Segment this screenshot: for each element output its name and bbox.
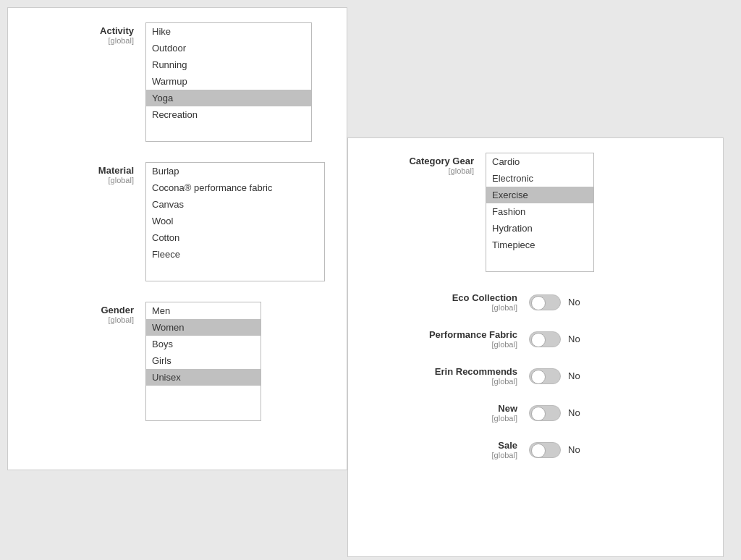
category-gear-field-row: Category Gear [global] Cardio Electronic… [370, 153, 701, 272]
list-item[interactable]: Recreation [146, 106, 311, 123]
erin-recommends-label: Erin Recommends [global] [370, 366, 529, 386]
list-item[interactable]: Girls [146, 352, 261, 369]
list-item[interactable]: Wool [146, 213, 324, 229]
gender-label: Gender [global] [30, 302, 145, 324]
list-item-selected[interactable]: Yoga [146, 90, 311, 106]
erin-recommends-row: Erin Recommends [global] No [370, 366, 701, 386]
list-item-selected[interactable]: Women [146, 319, 261, 336]
category-gear-label: Category Gear [global] [370, 153, 486, 175]
performance-fabric-value: No [568, 334, 580, 344]
eco-collection-label-text: Eco Collection [370, 292, 517, 303]
category-gear-label-text: Category Gear [370, 156, 474, 166]
list-item-selected[interactable]: Unisex [146, 369, 261, 386]
gender-field-row: Gender [global] Men Women Boys Girls Uni… [30, 302, 325, 421]
list-item[interactable]: Warmup [146, 73, 311, 90]
material-label: Material [global] [30, 162, 145, 184]
category-gear-sublabel: [global] [370, 166, 474, 175]
list-item[interactable]: Cardio [486, 153, 593, 170]
gender-listbox[interactable]: Men Women Boys Girls Unisex [145, 302, 261, 421]
erin-recommends-label-text: Erin Recommends [370, 366, 517, 377]
activity-label-text: Activity [30, 25, 134, 36]
activity-sublabel: [global] [30, 36, 134, 45]
list-item[interactable]: Burlap [146, 163, 324, 179]
list-item[interactable]: Men [146, 302, 261, 319]
new-toggle[interactable] [529, 405, 561, 421]
sale-row: Sale [global] No [370, 440, 701, 459]
new-value: No [568, 407, 580, 418]
gender-label-text: Gender [30, 305, 134, 315]
list-item[interactable]: Fashion [486, 203, 593, 220]
sale-label: Sale [global] [370, 440, 529, 459]
performance-fabric-row: Performance Fabric [global] No [370, 329, 701, 349]
new-label: New [global] [370, 403, 529, 423]
material-field-row: Material [global] Burlap Cocona® perform… [30, 162, 325, 281]
right-panel: Category Gear [global] Cardio Electronic… [347, 137, 724, 557]
erin-recommends-value: No [568, 370, 580, 381]
left-panel: Activity [global] Hike Outdoor Running W… [7, 7, 347, 470]
eco-collection-value: No [568, 297, 580, 307]
list-item[interactable]: Running [146, 56, 311, 73]
sale-toggle[interactable] [529, 442, 561, 458]
list-item[interactable]: Hike [146, 23, 311, 40]
activity-field-row: Activity [global] Hike Outdoor Running W… [30, 22, 325, 142]
material-listbox[interactable]: Burlap Cocona® performance fabric Canvas… [145, 162, 325, 281]
new-sublabel: [global] [370, 414, 517, 423]
main-container: Activity [global] Hike Outdoor Running W… [7, 7, 734, 557]
performance-fabric-sublabel: [global] [370, 340, 517, 349]
gender-sublabel: [global] [30, 315, 134, 324]
sale-label-text: Sale [370, 440, 517, 451]
list-item[interactable]: Electronic [486, 170, 593, 187]
list-item[interactable]: Outdoor [146, 40, 311, 56]
list-item[interactable]: Canvas [146, 196, 324, 213]
list-item-selected[interactable]: Exercise [486, 187, 593, 203]
performance-fabric-label-text: Performance Fabric [370, 329, 517, 340]
list-item[interactable]: Cotton [146, 229, 324, 246]
activity-label: Activity [global] [30, 22, 145, 45]
new-row: New [global] No [370, 403, 701, 423]
list-item[interactable]: Hydration [486, 220, 593, 237]
new-label-text: New [370, 403, 517, 414]
list-item[interactable]: Fleece [146, 246, 324, 263]
performance-fabric-label: Performance Fabric [global] [370, 329, 529, 349]
list-item[interactable]: Timepiece [486, 237, 593, 253]
list-item[interactable]: Cocona® performance fabric [146, 179, 324, 196]
performance-fabric-toggle[interactable] [529, 331, 561, 347]
erin-recommends-sublabel: [global] [370, 377, 517, 386]
list-item[interactable]: Boys [146, 336, 261, 352]
activity-listbox[interactable]: Hike Outdoor Running Warmup Yoga Recreat… [145, 22, 312, 142]
material-sublabel: [global] [30, 176, 134, 184]
eco-collection-toggle[interactable] [529, 294, 561, 310]
material-label-text: Material [30, 165, 134, 176]
category-gear-listbox[interactable]: Cardio Electronic Exercise Fashion Hydra… [486, 153, 594, 272]
erin-recommends-toggle[interactable] [529, 368, 561, 384]
eco-collection-row: Eco Collection [global] No [370, 292, 701, 312]
eco-collection-sublabel: [global] [370, 303, 517, 312]
sale-value: No [568, 444, 580, 455]
eco-collection-label: Eco Collection [global] [370, 292, 529, 312]
sale-sublabel: [global] [370, 451, 517, 459]
